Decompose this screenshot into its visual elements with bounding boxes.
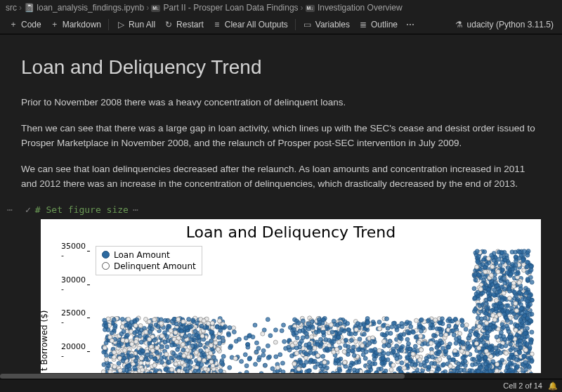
svg-point-2644 <box>491 325 495 329</box>
collapsed-code-cell[interactable]: ⋯ ✓ # Set figure size ⋯ <box>25 204 541 215</box>
svg-point-2756 <box>490 264 495 268</box>
svg-point-2488 <box>518 302 523 306</box>
svg-point-2631 <box>486 291 490 295</box>
svg-point-2772 <box>499 344 504 348</box>
svg-point-2738 <box>499 298 504 302</box>
add-code-button[interactable]: +Code <box>4 18 46 31</box>
svg-point-2744 <box>523 331 528 335</box>
kernel-icon: ⚗ <box>455 20 464 30</box>
svg-point-2541 <box>514 328 518 332</box>
svg-point-2764 <box>485 326 490 330</box>
svg-point-2757 <box>522 249 526 253</box>
svg-point-2603 <box>475 249 479 253</box>
svg-point-2697 <box>512 289 516 294</box>
svg-point-2216 <box>484 306 488 310</box>
svg-point-2715 <box>500 260 504 264</box>
svg-point-2730 <box>489 273 493 277</box>
svg-point-2636 <box>487 296 491 301</box>
svg-point-2674 <box>514 308 518 313</box>
svg-point-2485 <box>472 286 476 290</box>
svg-point-2683 <box>518 318 523 322</box>
svg-point-1900 <box>530 329 534 334</box>
svg-point-2779 <box>485 330 490 334</box>
svg-point-2368 <box>530 280 534 284</box>
markdown-icon: M↓ <box>306 5 315 12</box>
svg-point-2470 <box>525 277 530 281</box>
outline-button[interactable]: ≣Outline <box>354 18 402 31</box>
toolbar-divider <box>295 19 296 30</box>
legend-marker-icon <box>102 251 110 259</box>
svg-point-2263 <box>502 291 506 295</box>
variables-button[interactable]: ▭Variables <box>299 18 354 31</box>
svg-point-2760 <box>528 345 532 349</box>
chart-ylabel: t Borrowed ($) <box>41 310 49 370</box>
more-button[interactable]: ⋯ <box>402 18 419 31</box>
run-all-button[interactable]: ▷Run All <box>112 18 159 31</box>
svg-point-2733 <box>483 355 488 360</box>
chart-ytick: 35000 - <box>61 242 86 260</box>
clear-icon: ≡ <box>212 20 222 30</box>
svg-point-2725 <box>514 263 518 267</box>
svg-point-2648 <box>518 350 522 354</box>
svg-point-2671 <box>514 301 518 306</box>
svg-point-2745 <box>476 259 480 263</box>
svg-point-2688 <box>523 348 528 352</box>
svg-point-2722 <box>509 367 513 372</box>
svg-point-2763 <box>500 285 504 289</box>
breadcrumb-seg[interactable]: src <box>6 3 17 13</box>
svg-point-2663 <box>523 367 528 372</box>
svg-point-2735 <box>492 292 496 296</box>
svg-point-2762 <box>515 324 519 328</box>
svg-point-2706 <box>525 253 530 257</box>
cell-position[interactable]: Cell 2 of 14 <box>503 381 542 390</box>
svg-point-2746 <box>518 339 523 343</box>
svg-point-2417 <box>508 361 512 365</box>
svg-point-2686 <box>492 318 497 322</box>
bell-icon[interactable]: 🔔 <box>548 381 558 391</box>
svg-point-2703 <box>475 265 479 269</box>
kernel-picker[interactable]: ⚗udacity (Python 3.11.5) <box>450 18 558 31</box>
svg-point-2704 <box>524 291 528 295</box>
svg-point-2617 <box>507 261 511 265</box>
notebook-toolbar: +Code +Markdown ▷Run All ↻Restart ≡Clear… <box>0 15 562 34</box>
svg-point-2393 <box>525 260 529 264</box>
outline-icon: ≣ <box>358 20 368 30</box>
svg-point-2699 <box>529 268 533 272</box>
svg-point-2729 <box>477 346 481 350</box>
breadcrumb-seg[interactable]: M↓Part II - Prosper Loan Data Findings <box>151 3 298 13</box>
svg-point-2649 <box>521 258 525 262</box>
svg-point-2604 <box>500 322 504 326</box>
svg-point-2710 <box>477 355 481 360</box>
svg-point-2619 <box>530 312 534 316</box>
clear-outputs-button[interactable]: ≡Clear All Outputs <box>208 18 292 31</box>
svg-point-2728 <box>518 291 522 295</box>
svg-point-2700 <box>525 299 529 303</box>
markdown-heading: Loan and Deliquency Trend <box>21 56 541 79</box>
add-markdown-button[interactable]: +Markdown <box>46 18 105 31</box>
svg-point-2781 <box>477 324 481 328</box>
restart-button[interactable]: ↻Restart <box>159 18 208 31</box>
svg-point-2526 <box>492 287 496 292</box>
svg-point-2752 <box>478 287 483 291</box>
variables-icon: ▭ <box>303 20 313 30</box>
breadcrumb-seg[interactable]: M↓Investigation Overview <box>306 3 403 13</box>
svg-point-2424 <box>479 317 483 321</box>
plus-icon: + <box>50 20 60 30</box>
ellipsis-icon: ⋯ <box>7 204 13 215</box>
svg-point-2672 <box>494 298 498 302</box>
svg-point-2695 <box>478 349 482 353</box>
svg-point-2755 <box>523 360 528 365</box>
breadcrumb-seg[interactable]: 📓 loan_analysis_findings.ipynb <box>24 3 144 13</box>
svg-point-2778 <box>494 261 498 266</box>
svg-point-2767 <box>515 333 519 337</box>
scrollbar-thumb[interactable] <box>0 374 405 379</box>
chart-ytick: 25000 - <box>61 308 86 327</box>
svg-point-2771 <box>472 357 476 361</box>
svg-point-2500 <box>529 339 533 344</box>
markdown-paragraph: Then we can see that there was a large g… <box>21 122 541 151</box>
svg-point-2684 <box>505 270 509 275</box>
chart-legend: Loan Amount Delinquent Amount <box>96 246 202 275</box>
svg-point-2709 <box>484 361 488 365</box>
svg-point-2780 <box>478 365 483 370</box>
svg-point-2787 <box>500 251 504 255</box>
